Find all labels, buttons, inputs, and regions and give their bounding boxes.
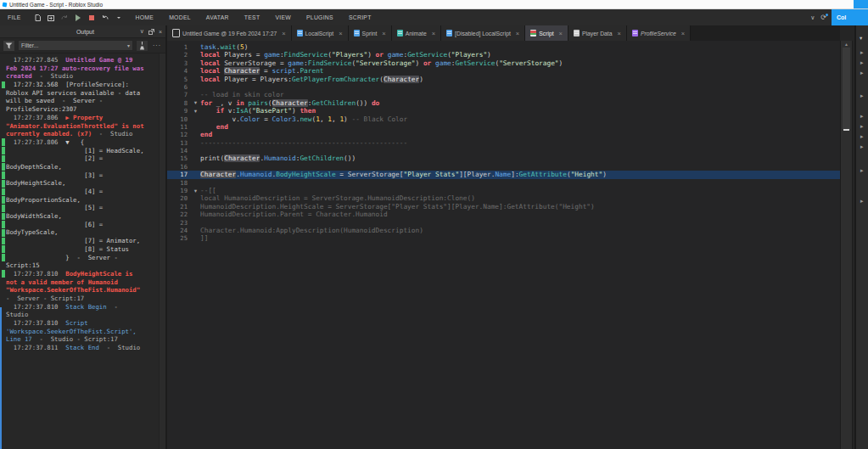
code-token: IsA [236,107,248,115]
code-line[interactable]: 15print(Character.Humanoid:GetChildren()… [167,154,840,162]
localscript-icon [297,30,303,36]
code-line[interactable]: 7-- load in skin color [167,91,840,98]
tab-close-icon[interactable]: × [681,30,685,37]
code-token: ) [244,43,249,51]
output-close-icon[interactable]: × [159,29,162,35]
code-line[interactable]: 14 [167,147,840,154]
editor-area: Untitled Game @ 19 Feb 2024 17:27×LocalS… [167,25,840,449]
filter-funnel-button[interactable] [3,40,15,52]
code-line[interactable]: 3local ServerStorage = game:FindService(… [167,59,840,67]
code-token: "Height" [571,171,603,178]
code-line[interactable]: 16 [167,163,840,171]
titlebar-blue-control[interactable] [854,0,868,8]
tab-close-icon[interactable]: × [559,30,563,37]
dropdown-caret-icon[interactable] [115,14,123,22]
code-token: Humanoid [240,171,272,178]
tab--disabled-localscript[interactable]: [Disabled] LocalScript× [441,25,525,41]
code-text: ----------------------------------------… [200,139,407,147]
tree-expand-arrow-icon[interactable]: ▸ [860,93,864,98]
menu-test[interactable]: TEST [237,14,268,20]
code-line[interactable]: 2local Players = game:FindService("Playe… [167,51,840,59]
fold-arrow-icon[interactable]: ▼ [191,188,200,194]
tab-close-icon[interactable]: × [339,30,342,37]
tree-expand-arrow-icon[interactable]: ▸ [860,49,864,55]
undo-icon[interactable] [102,14,109,22]
menu-avatar[interactable]: AVATAR [199,14,237,20]
code-line[interactable]: 1task.wait(5) [167,43,840,51]
tab-player-data[interactable]: Player Data× [568,25,627,41]
output-filter-input[interactable]: Filter... ▾ [18,40,133,51]
tree-expand-arrow-icon[interactable]: ▸ [860,167,864,173]
tab-close-icon[interactable]: × [282,30,285,37]
tree-expand-arrow-icon[interactable]: ▸ [860,133,864,139]
code-line[interactable]: 18 [167,179,840,187]
code-line[interactable]: 4local Character = script.Parent [167,67,840,75]
tree-expand-arrow-icon[interactable]: ▸ [860,123,864,129]
menu-script[interactable]: SCRIPT [341,14,379,20]
scrollbar-up-arrow-icon[interactable]: ▲ [841,42,852,47]
code-line[interactable]: 6 [167,83,840,91]
output-line: created - Studio [0,72,160,81]
output-more-options-button[interactable]: ··· [151,42,163,48]
stop-icon[interactable] [88,14,96,22]
filter-dropdown-arrow-icon[interactable]: ▾ [127,42,130,48]
code-line[interactable]: 22HumanoidDescription.Parent = Character… [167,210,840,218]
tab-close-icon[interactable]: × [382,30,385,37]
code-line[interactable]: 12end [167,131,840,138]
code-line[interactable]: 13--------------------------------------… [167,139,840,147]
code-line[interactable]: 10 v.Color = Color3.new(1, 1, 1) -- Blac… [167,115,840,123]
fold-arrow-icon[interactable]: ▼ [191,100,200,105]
code-token: -- load in skin color [200,91,284,98]
code-line[interactable]: 19▼--[[ [167,187,840,194]
tab-close-icon[interactable]: × [432,30,435,37]
tab-localscript[interactable]: LocalScript× [292,25,349,41]
tab-close-icon[interactable]: × [618,30,621,37]
output-scrollbar[interactable] [159,53,165,449]
code-line[interactable]: 11 end [167,123,840,131]
redo-icon [61,14,69,22]
code-token: ) [559,59,563,67]
editor-scrollbar-thumb[interactable] [843,48,850,130]
code-line[interactable]: 5local Player = Players:GetPlayerFromCha… [167,76,840,83]
tree-expand-arrow-icon[interactable]: ▸ [860,59,864,65]
tab-profileservice[interactable]: ProfileService× [627,25,691,41]
editor-scrollbar[interactable]: ▲ [840,41,853,449]
tab-script[interactable]: Script× [525,25,568,41]
output-collapse-chevron-icon[interactable]: ∨ [140,28,144,35]
code-line[interactable]: 23 [167,219,840,227]
explorer-filter-icon[interactable]: ▾ [860,35,862,42]
sync-icon[interactable]: ⟳ [820,14,826,21]
tab-close-icon[interactable]: × [516,30,519,37]
tree-expand-arrow-icon[interactable]: ▸ [860,198,864,204]
popout-icon[interactable] [148,29,154,35]
menu-plugins[interactable]: PLUGINS [299,14,341,20]
tab-sprint[interactable]: Sprint× [349,25,392,41]
fold-arrow-icon[interactable]: ▼ [191,109,200,114]
tree-expand-arrow-icon[interactable]: ▸ [860,143,864,149]
menu-file[interactable]: FILE [0,14,29,20]
insert-icon[interactable] [48,14,55,22]
tree-expand-arrow-icon[interactable]: ▸ [860,113,864,119]
menu-home[interactable]: HOME [128,14,162,20]
code-token: task [200,43,216,51]
code-line[interactable]: 21HumanoidDescription.HeightScale = Serv… [167,203,840,210]
code-line[interactable]: 8▼for _, v in pairs(Character:GetChildre… [167,99,840,107]
localscript-icon [397,30,403,36]
tab-untitled-game-19-feb-2024-17-27[interactable]: Untitled Game @ 19 Feb 2024 17:27× [167,25,292,41]
code-line[interactable]: 20local HumanoidDescription = ServerStor… [167,194,840,202]
new-file-icon[interactable] [34,14,42,22]
tree-expand-arrow-icon[interactable]: ▸ [860,70,864,76]
clear-output-button[interactable] [136,40,148,52]
code-line[interactable]: 25]] [167,234,840,242]
code-line[interactable]: 9▼ if v:IsA("BasePart") then [167,107,840,115]
menu-view[interactable]: VIEW [267,14,299,20]
code-line[interactable]: 24Character.Humanoid:ApplyDescription(Hu… [167,227,840,234]
tab-animate[interactable]: Animate× [392,25,441,41]
output-log[interactable]: 17:27:27.845 Untitled Game @ 19Feb 2024 … [0,53,160,449]
menu-model[interactable]: MODEL [161,14,199,20]
collaborate-button[interactable]: Col [832,9,868,25]
code-editor[interactable]: 1task.wait(5)2local Players = game:FindS… [167,41,840,449]
ribbon-collapse-chevron-icon[interactable]: ∨ [810,14,815,21]
play-icon[interactable] [75,14,82,22]
code-line[interactable]: 17Character.Humanoid.BodyHeightScale = S… [167,171,840,178]
